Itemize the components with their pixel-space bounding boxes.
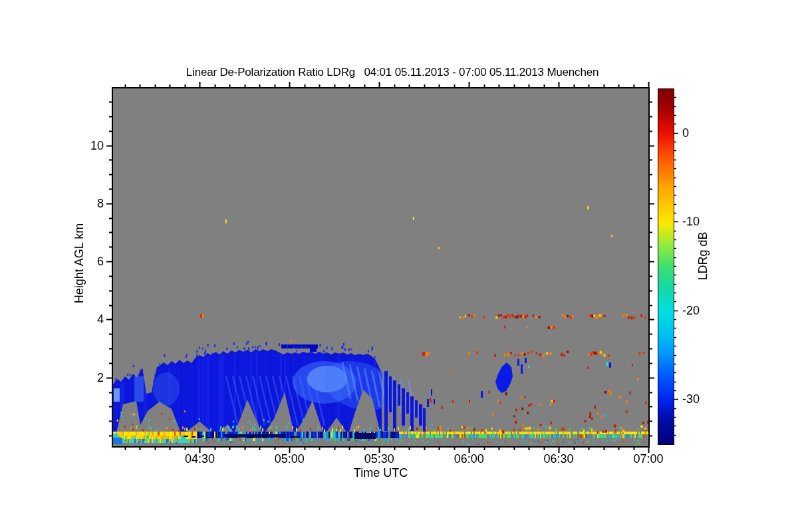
colorbar-label: LDRg dB bbox=[696, 231, 710, 280]
colorbar-gradient bbox=[658, 88, 674, 445]
colorbar-tick-label: -10 bbox=[682, 215, 713, 229]
colorbar-tick-label: 0 bbox=[682, 126, 713, 140]
y-tick-label: 2 bbox=[78, 371, 104, 385]
y-tick-label: 10 bbox=[78, 139, 104, 153]
colorbar-tick-label: -30 bbox=[682, 392, 713, 406]
y-tick-label: 4 bbox=[78, 313, 104, 327]
x-tick-label: 05:00 bbox=[266, 452, 313, 466]
quicklook-chart: Linear De-Polarization Ratio LDRg 04:01 … bbox=[0, 0, 798, 532]
y-tick-label: 8 bbox=[78, 197, 104, 211]
x-tick-label: 07:00 bbox=[625, 452, 672, 466]
y-tick-label: 6 bbox=[78, 255, 104, 269]
x-tick-label: 06:00 bbox=[446, 452, 492, 466]
x-tick-label: 04:30 bbox=[176, 452, 223, 466]
colorbar-tick-label: -20 bbox=[682, 304, 713, 318]
x-tick-label: 06:30 bbox=[535, 452, 582, 466]
x-axis-label: Time UTC bbox=[340, 466, 421, 480]
chart-title: Linear De-Polarization Ratio LDRg 04:01 … bbox=[126, 66, 658, 79]
x-tick-label: 05:30 bbox=[356, 452, 402, 466]
